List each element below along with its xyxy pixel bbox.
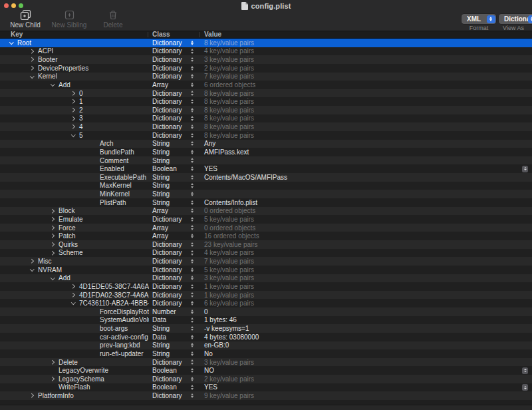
disclosure-triangle-icon[interactable] <box>89 344 98 347</box>
disclosure-triangle-icon[interactable] <box>68 108 78 112</box>
table-row[interactable]: ACPI Dictionary 4 key/value pairs <box>0 47 532 56</box>
table-row[interactable]: ForceDisplayRotationInEFI Number 0 <box>0 308 532 316</box>
disclosure-triangle-icon[interactable] <box>27 50 37 53</box>
delete-button[interactable]: Delete <box>94 9 132 29</box>
class-stepper-icon[interactable] <box>191 116 194 120</box>
class-stepper-icon[interactable] <box>191 49 194 53</box>
value-cell[interactable]: 4 bytes: 03080000 <box>199 333 532 341</box>
disclosure-triangle-icon[interactable] <box>89 192 98 196</box>
class-stepper-icon[interactable] <box>191 368 194 373</box>
class-cell[interactable]: Dictionary <box>149 65 199 72</box>
table-row[interactable]: LegacySchema Dictionary 2 key/value pair… <box>0 375 532 383</box>
class-cell[interactable]: Dictionary <box>149 90 199 97</box>
table-row[interactable]: Kernel Dictionary 7 key/value pairs <box>0 73 532 81</box>
class-cell[interactable]: String <box>149 190 199 198</box>
class-cell[interactable]: Array <box>149 224 199 232</box>
table-row[interactable]: Add Array 6 ordered objects <box>0 81 532 89</box>
value-cell[interactable]: 1 key/value pairs <box>199 283 532 290</box>
class-cell[interactable]: Dictionary <box>149 292 199 299</box>
class-cell[interactable]: Boolean <box>149 367 199 374</box>
table-row[interactable]: Quirks Dictionary 23 key/value pairs <box>0 240 532 249</box>
value-cell[interactable]: 7 key/value pairs <box>199 258 532 265</box>
class-stepper-icon[interactable] <box>191 208 194 213</box>
class-stepper-icon[interactable] <box>191 225 194 230</box>
disclosure-triangle-icon[interactable] <box>48 243 57 246</box>
table-row[interactable]: SystemAudioVolume Data 1 bytes: 46 <box>0 316 532 325</box>
class-stepper-icon[interactable] <box>191 301 194 306</box>
disclosure-triangle-icon[interactable] <box>89 335 98 339</box>
class-stepper-icon[interactable] <box>191 158 194 162</box>
value-cell[interactable]: NO <box>199 367 532 374</box>
table-row[interactable]: Comment String <box>0 156 532 165</box>
table-row[interactable]: 5 Dictionary 8 key/value pairs <box>0 131 532 140</box>
class-stepper-icon[interactable] <box>191 183 194 188</box>
disclosure-triangle-icon[interactable] <box>48 218 57 221</box>
value-cell[interactable]: 3 key/value pairs <box>199 56 532 63</box>
class-stepper-icon[interactable] <box>191 335 194 339</box>
table-row[interactable]: WriteFlash Boolean YES <box>0 383 532 392</box>
value-cell[interactable]: 3 key/value pairs <box>199 274 532 282</box>
value-cell[interactable]: 6 key/value pairs <box>199 300 532 307</box>
class-cell[interactable]: Dictionary <box>149 266 199 274</box>
value-cell[interactable] <box>199 182 532 189</box>
column-header-value[interactable]: Value <box>204 31 221 38</box>
disclosure-triangle-icon[interactable] <box>48 278 57 280</box>
table-row[interactable]: Force Array 0 ordered objects <box>0 224 532 232</box>
class-stepper-icon[interactable] <box>191 166 194 171</box>
value-cell[interactable]: 0 ordered objects <box>199 207 532 214</box>
disclosure-triangle-icon[interactable] <box>27 260 37 263</box>
table-row[interactable]: prev-lang:kbd String en-GB:0 <box>0 341 532 350</box>
column-divider[interactable] <box>199 32 200 37</box>
class-cell[interactable]: Dictionary <box>149 47 199 55</box>
disclosure-triangle-icon[interactable] <box>68 125 78 128</box>
disclosure-triangle-icon[interactable] <box>27 58 37 61</box>
column-divider[interactable] <box>148 32 148 37</box>
class-cell[interactable]: Array <box>149 207 199 214</box>
disclosure-triangle-icon[interactable] <box>89 352 98 355</box>
value-cell[interactable]: AMFIPass.kext <box>199 148 532 156</box>
class-cell[interactable]: String <box>149 182 199 189</box>
disclosure-triangle-icon[interactable] <box>27 394 37 397</box>
class-cell[interactable]: Number <box>149 308 199 315</box>
value-cell[interactable]: 6 ordered objects <box>199 81 532 89</box>
table-row[interactable]: PlatformInfo Dictionary 9 key/value pair… <box>0 391 532 400</box>
class-stepper-icon[interactable] <box>191 359 194 364</box>
disclosure-triangle-icon[interactable] <box>48 361 57 364</box>
class-cell[interactable]: Dictionary <box>149 132 199 139</box>
disclosure-triangle-icon[interactable] <box>68 92 78 95</box>
disclosure-triangle-icon[interactable] <box>89 167 98 170</box>
class-stepper-icon[interactable] <box>191 250 194 255</box>
class-stepper-icon[interactable] <box>191 351 194 356</box>
disclosure-triangle-icon[interactable] <box>68 100 78 103</box>
table-row[interactable]: 4D1EDE05-38C7-4A6A-9CC6-4BCCA8B38C14 Dic… <box>0 282 532 291</box>
class-cell[interactable]: Array <box>149 232 199 240</box>
table-row[interactable]: Delete Dictionary 3 key/value pairs <box>0 358 532 367</box>
class-cell[interactable]: Dictionary <box>149 106 199 114</box>
table-row[interactable]: LegacyOverwrite Boolean NO <box>0 366 532 375</box>
class-cell[interactable]: Dictionary <box>149 359 199 366</box>
class-cell[interactable]: Dictionary <box>149 123 199 130</box>
class-cell[interactable]: Array <box>149 81 199 89</box>
class-stepper-icon[interactable] <box>191 284 194 289</box>
class-cell[interactable]: String <box>149 174 199 181</box>
value-cell[interactable]: 8 key/value pairs <box>199 123 532 130</box>
disclosure-triangle-icon[interactable] <box>89 310 98 313</box>
table-row[interactable]: 2 Dictionary 8 key/value pairs <box>0 106 532 114</box>
value-cell[interactable]: 23 key/value pairs <box>199 241 532 248</box>
class-stepper-icon[interactable] <box>191 343 194 347</box>
value-cell[interactable]: No <box>199 350 532 357</box>
table-row[interactable]: NVRAM Dictionary 5 key/value pairs <box>0 266 532 274</box>
disclosure-triangle-icon[interactable] <box>68 285 78 288</box>
value-cell[interactable] <box>199 190 532 198</box>
disclosure-triangle-icon[interactable] <box>48 369 57 372</box>
class-cell[interactable]: Dictionary <box>149 98 199 105</box>
class-cell[interactable]: Dictionary <box>149 258 199 265</box>
value-cell[interactable]: 8 key/value pairs <box>199 106 532 114</box>
class-stepper-icon[interactable] <box>191 74 194 79</box>
class-stepper-icon[interactable] <box>191 292 194 297</box>
format-popup[interactable]: XML <box>462 14 496 24</box>
table-row[interactable]: Enabled Boolean YES <box>0 164 532 173</box>
class-cell[interactable]: Dictionary <box>149 216 199 223</box>
class-stepper-icon[interactable] <box>191 150 194 154</box>
table-row[interactable]: 3 Dictionary 8 key/value pairs <box>0 114 532 123</box>
